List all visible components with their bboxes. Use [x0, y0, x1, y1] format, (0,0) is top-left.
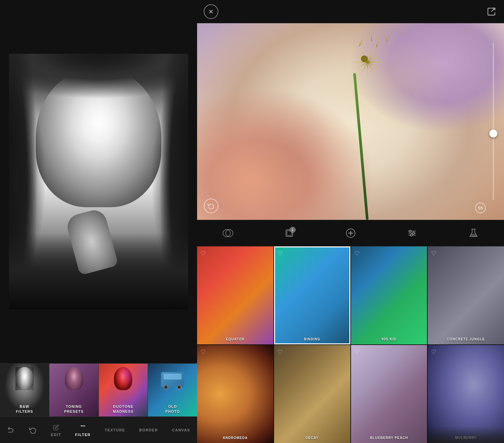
svg-point-22 — [471, 234, 475, 236]
lab-tool[interactable] — [465, 225, 482, 241]
mulberry-heart[interactable]: ♡ — [431, 348, 436, 356]
90skid-bg — [351, 246, 427, 344]
filter-category-oldphoto[interactable]: OLD PHOTO — [148, 364, 197, 416]
filter-item-binding[interactable]: ♡ BINDING — [274, 246, 350, 344]
nav-refresh[interactable] — [24, 423, 42, 437]
dandelion-photo — [197, 23, 504, 220]
filter-item-mulberry[interactable]: ♡ MULBERRY — [428, 345, 504, 443]
slider-track[interactable] — [493, 43, 494, 200]
filter-item-concrete[interactable]: ♡ CONCRETE JUNGLE — [428, 246, 504, 344]
filter-item-andromeda[interactable]: ♡ ANDROMEDA — [197, 345, 273, 443]
oldphoto-label: OLD PHOTO — [163, 401, 182, 416]
nav-undo[interactable] — [2, 423, 20, 437]
blend-tool[interactable] — [220, 225, 236, 241]
filter-item-equator[interactable]: ♡ EQUATOR — [197, 246, 273, 344]
nav-border[interactable]: BORDER — [134, 425, 163, 435]
filter-grid: ♡ EQUATOR ♡ BINDING ♡ 90S KID ♡ CONCRETE… — [197, 246, 504, 443]
right-panel: 55 1 — [197, 0, 504, 443]
bw-label: B&W FILTERS — [14, 401, 35, 416]
filter-category-toning[interactable]: TONING PRESETS — [49, 364, 99, 416]
slider-thumb[interactable] — [489, 130, 497, 137]
blueberry-heart[interactable]: ♡ — [354, 348, 360, 356]
equator-heart[interactable]: ♡ — [200, 250, 206, 257]
binding-heart[interactable]: ♡ — [277, 250, 283, 257]
filter-categories: B&W FILTERS TONING PRESETS DUOTONE MADNE… — [0, 363, 197, 416]
equator-bg — [197, 246, 273, 344]
filter-item-90skid[interactable]: ♡ 90S KID — [351, 246, 427, 344]
filter-item-decay[interactable]: ♡ DECAY — [274, 345, 350, 443]
refresh-icon — [29, 426, 37, 434]
nav-filter[interactable]: FILTER — [70, 421, 96, 439]
filter-item-blueberry[interactable]: ♡ BLUEBERRY PEACH — [351, 345, 427, 443]
share-button[interactable] — [485, 6, 497, 18]
binding-label: BINDING — [274, 337, 350, 341]
filter-label: FILTER — [75, 433, 91, 437]
90skid-label: 90S KID — [351, 337, 427, 341]
info-badge[interactable]: 55 — [475, 203, 486, 213]
decay-label: DECAY — [274, 436, 350, 440]
toning-label: TONING PRESETS — [62, 401, 85, 416]
blueberry-label: BLUEBERRY PEACH — [351, 436, 427, 440]
photo-container — [0, 0, 197, 363]
add-tool[interactable] — [342, 225, 359, 241]
undo-icon — [7, 426, 15, 434]
right-image-area: 55 — [197, 23, 504, 220]
nav-texture[interactable]: TEXTURE — [99, 425, 130, 435]
decay-heart[interactable]: ♡ — [277, 348, 283, 356]
left-panel: B&W FILTERS TONING PRESETS DUOTONE MADNE… — [0, 0, 197, 443]
nav-canvas[interactable]: CANVAS — [167, 425, 195, 435]
andromeda-heart[interactable]: ♡ — [200, 348, 206, 356]
right-topbar — [197, 0, 504, 23]
svg-point-19 — [412, 232, 414, 234]
bw-photo-inner — [9, 54, 188, 310]
bw-photo — [9, 54, 188, 310]
binding-bg — [274, 246, 350, 344]
canvas-label: CANVAS — [172, 428, 190, 432]
andromeda-label: ANDROMEDA — [197, 436, 273, 440]
dandelion-head — [344, 39, 391, 85]
filter-icon — [79, 423, 87, 431]
concrete-heart[interactable]: ♡ — [431, 250, 436, 257]
tools-bar: 1 — [197, 220, 504, 246]
svg-point-20 — [410, 234, 412, 236]
reset-button[interactable] — [204, 199, 218, 213]
duotone-label: DUOTONE MADNESS — [111, 401, 135, 416]
filter-category-duotone[interactable]: DUOTONE MADNESS — [99, 364, 148, 416]
bottom-nav: EDIT FILTER TEXTURE BORDER CANVAS — [0, 416, 197, 443]
adjust-tool[interactable] — [404, 225, 420, 241]
concrete-label: CONCRETE JUNGLE — [428, 337, 504, 341]
layers-tool[interactable]: 1 — [281, 225, 298, 241]
svg-point-18 — [409, 230, 411, 232]
decay-bg — [274, 345, 350, 443]
concrete-bg — [428, 246, 504, 344]
close-button[interactable] — [204, 4, 218, 19]
edit-icon — [52, 423, 60, 431]
nav-edit[interactable]: EDIT — [45, 421, 66, 439]
blueberry-bg — [351, 345, 427, 443]
equator-label: EQUATOR — [197, 337, 273, 341]
filter-category-bw[interactable]: B&W FILTERS — [0, 364, 49, 416]
edit-label: EDIT — [51, 433, 61, 437]
texture-label: TEXTURE — [105, 428, 125, 432]
90skid-heart[interactable]: ♡ — [354, 250, 360, 257]
info-badge-value: 55 — [478, 206, 483, 211]
andromeda-bg — [197, 345, 273, 443]
border-label: BORDER — [139, 428, 158, 432]
